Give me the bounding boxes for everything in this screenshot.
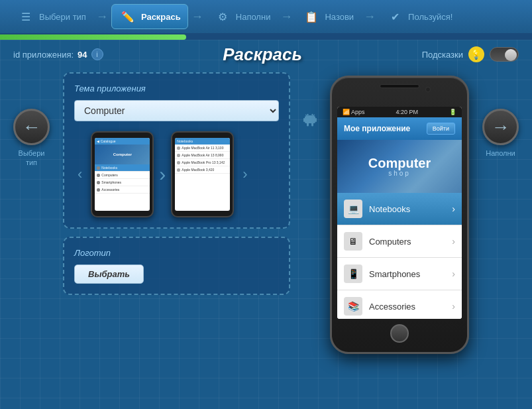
svg-rect-2: [303, 118, 305, 122]
nav-back[interactable]: ← Выберитип: [13, 109, 50, 168]
phone-mockup-wrapper: 📶 Apps 4:20 PM 🔋 Мое приложение Войти Co…: [330, 76, 469, 354]
computers-icon: 🖥: [344, 232, 362, 251]
hint-section: Подсказки 💡: [422, 46, 519, 62]
wizard-arrow-2: →: [191, 10, 203, 24]
step4-label: Назови: [325, 12, 354, 22]
phone-banner-title: Computer: [368, 156, 431, 170]
app-id-section: id приложения: 94 i: [13, 48, 103, 60]
progress-bar-fill: [0, 34, 186, 40]
hint-bulb-icon[interactable]: 💡: [468, 46, 484, 62]
smartphones-icon: 📱: [344, 264, 362, 283]
progress-bar-container: [0, 34, 532, 40]
phone-list-item-smartphones[interactable]: 📱 Smartphones ›: [337, 258, 462, 290]
phone-camera: [425, 87, 431, 92]
thumb-item-smartphones: Smartphones: [95, 179, 150, 186]
check-icon: ✔: [386, 7, 404, 26]
thumb-banner: Computer: [95, 145, 150, 164]
phone-banner-text: Computer shop: [368, 156, 431, 177]
thumb-left-header: ◀ Catalogue: [95, 138, 150, 145]
app-id-value: 94: [78, 50, 87, 60]
thumb-item-accessories: Accessories: [95, 186, 150, 194]
back-arrow-circle[interactable]: ←: [13, 109, 50, 145]
phone-mockup: 📶 Apps 4:20 PM 🔋 Мое приложение Войти Co…: [330, 76, 469, 354]
main-content: ← Выберитип Тема приложения Computer Fas…: [0, 69, 532, 409]
app-id-label: id приложения:: [13, 50, 74, 60]
next-label: Наполни: [486, 148, 515, 158]
center-panel: Тема приложения Computer Fashion Food ‹: [63, 69, 290, 295]
thumb-item-notebooks: Notebooks: [95, 164, 150, 172]
wizard-bar: ☰ Выбери тип → ✏️ Раскрась → ⚙ Наполни →…: [0, 0, 532, 34]
phone-list-item-accessories[interactable]: 📚 Accessories ›: [337, 290, 462, 319]
svg-point-0: [307, 114, 308, 115]
step2-label: Раскрась: [141, 12, 181, 22]
phone-login-btn[interactable]: Войти: [427, 123, 455, 135]
phone-list-item-notebooks[interactable]: 💻 Notebooks ›: [337, 193, 462, 225]
back-arrow-icon: ←: [23, 117, 41, 138]
accessories-label: Accessories: [369, 302, 445, 312]
page-header: id приложения: 94 i Раскрась Подсказки 💡: [0, 40, 532, 69]
thumb-right-item4: Apple MacBook 3,420: [175, 166, 230, 174]
phone-app-title: Мое приложение: [344, 124, 410, 133]
wizard-step-2[interactable]: ✏️ Раскрась: [111, 4, 188, 29]
thumb-right-screen: Notebooks Apple MacBook Air 11 3,100 App…: [175, 138, 230, 211]
phone-list-item-computers[interactable]: 🖥 Computers ›: [337, 225, 462, 258]
wizard-step-1[interactable]: ☰ Выбери тип: [10, 5, 93, 29]
thumb-left-screen: ◀ Catalogue Computer Notebooks Computers…: [95, 138, 150, 211]
thumb-item-computers: Computers: [95, 172, 150, 179]
computers-arrow: ›: [452, 236, 455, 247]
preview-container: ‹ ◀ Catalogue Computer Notebooks: [74, 131, 279, 217]
wizard-arrow-1: →: [96, 10, 108, 24]
notebooks-icon: 💻: [344, 200, 362, 218]
android-icon: [303, 112, 317, 130]
phone-battery: 🔋: [449, 109, 456, 115]
preview-frames: ◀ Catalogue Computer Notebooks Computers…: [91, 131, 234, 217]
phone-signal: 📶 Apps: [343, 109, 365, 115]
hint-toggle[interactable]: [490, 47, 519, 62]
thumb-right-item2: Apple MacBook Air 13 8,990: [175, 152, 230, 159]
notebooks-label: Notebooks: [369, 204, 445, 214]
wizard-arrow-4: →: [364, 10, 376, 24]
connect-arrow-icon: ›: [159, 163, 166, 186]
phone-speaker: [380, 84, 419, 88]
wizard-step-5[interactable]: ✔ Пользуйся!: [379, 5, 459, 29]
name-icon: 📋: [302, 7, 321, 26]
next-arrow-icon: →: [492, 117, 510, 138]
svg-rect-3: [315, 118, 317, 122]
theme-dropdown[interactable]: Computer Fashion Food: [74, 100, 279, 121]
step3-label: Наполни: [236, 12, 271, 22]
svg-point-1: [311, 114, 313, 115]
paint-icon: ✏️: [119, 7, 137, 26]
theme-section-label: Тема приложения: [74, 84, 279, 93]
nav-next[interactable]: → Наполни: [482, 109, 519, 158]
phone-screen: 📶 Apps 4:20 PM 🔋 Мое приложение Войти Co…: [337, 107, 462, 319]
thumb-prev-arrow[interactable]: ‹: [74, 162, 85, 186]
list-icon: ☰: [17, 7, 35, 26]
fill-icon: ⚙: [213, 7, 232, 26]
next-arrow-circle[interactable]: →: [482, 109, 519, 145]
smartphones-arrow: ›: [452, 268, 455, 279]
wizard-step-3[interactable]: ⚙ Наполни: [207, 5, 278, 29]
step1-label: Выбери тип: [39, 12, 86, 22]
step5-label: Пользуйся!: [408, 12, 452, 22]
info-icon[interactable]: i: [91, 48, 103, 60]
phone-banner: Computer shop: [337, 140, 462, 193]
thumb-next-arrow[interactable]: ›: [239, 162, 250, 186]
phone-time: 4:20 PM: [396, 109, 419, 115]
phone-app-header: Мое приложение Войти: [337, 117, 462, 140]
choose-logo-button[interactable]: Выбрать: [74, 264, 144, 284]
phone-list: 💻 Notebooks › 🖥 Computers › 📱 Smartphone…: [337, 193, 462, 319]
theme-section: Тема приложения Computer Fashion Food ‹: [63, 72, 290, 229]
logo-section: Логотип Выбрать: [63, 237, 290, 295]
accessories-icon: 📚: [344, 297, 362, 316]
platform-icons: [303, 102, 317, 130]
notebooks-arrow: ›: [452, 204, 455, 214]
accessories-arrow: ›: [452, 301, 455, 312]
phone-home-button[interactable]: [390, 324, 409, 343]
page-title: Раскрась: [223, 44, 302, 65]
wizard-arrow-3: →: [280, 10, 292, 24]
back-label: Выберитип: [19, 148, 45, 168]
logo-section-label: Логотип: [74, 248, 279, 258]
phone-status-bar: 📶 Apps 4:20 PM 🔋: [337, 107, 462, 117]
wizard-step-4[interactable]: 📋 Назови: [295, 5, 360, 29]
phone-banner-sub: shop: [368, 170, 431, 177]
